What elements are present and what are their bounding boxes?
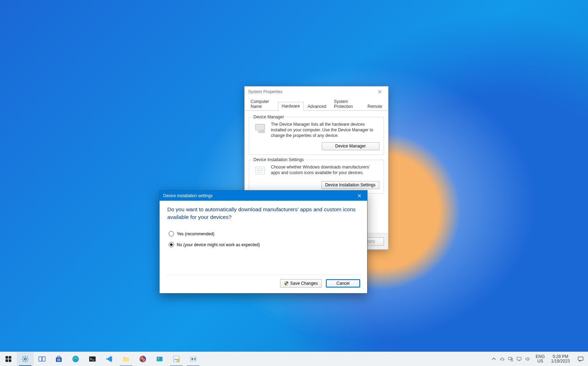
devdlg-title: Device installation settings — [163, 193, 212, 198]
device-installation-settings-button[interactable]: Device Installation Settings — [321, 181, 379, 189]
device-manager-desc: The Device Manager lists all the hardwar… — [271, 122, 379, 139]
svg-rect-9 — [6, 359, 8, 362]
svg-rect-29 — [89, 357, 96, 362]
taskbar-vscode[interactable] — [101, 352, 118, 366]
photos-icon — [156, 355, 163, 363]
onedrive-icon[interactable] — [499, 356, 505, 362]
svg-point-33 — [158, 358, 159, 359]
save-changes-button[interactable]: Save Changes — [280, 279, 322, 288]
radio-yes[interactable]: Yes (recommended) — [169, 231, 359, 236]
device-manager-legend: Device Manager — [252, 115, 285, 119]
system-tray[interactable] — [488, 356, 533, 362]
device-installation-dialog: Device installation settings Do you want… — [159, 190, 368, 294]
taskbar-app-b[interactable] — [185, 352, 202, 366]
svg-rect-1 — [258, 131, 262, 133]
devices-icon[interactable] — [508, 356, 513, 362]
taskbar-taskview[interactable] — [34, 352, 50, 366]
tab-hardware[interactable]: Hardware — [278, 102, 304, 111]
devdlg-heading: Do you want to automatically download ma… — [167, 206, 359, 221]
svg-rect-25 — [59, 359, 60, 360]
taskbar-file-explorer[interactable] — [118, 352, 134, 366]
radio-yes-label: Yes (recommended) — [177, 232, 215, 236]
chevron-up-icon[interactable] — [491, 356, 497, 362]
notification-icon — [578, 356, 584, 362]
group-device-manager: Device Manager The Device Manager lists … — [249, 117, 384, 155]
taskbar-firefox[interactable] — [134, 352, 151, 366]
folder-icon — [122, 355, 130, 363]
device-manager-icon — [253, 122, 267, 135]
device-installation-desc: Choose whether Windows downloads manufac… — [271, 164, 379, 175]
svg-rect-8 — [9, 356, 11, 359]
taskbar-edge[interactable] — [67, 352, 84, 366]
group-device-installation: Device Installation Settings Choose whet… — [249, 160, 384, 194]
tab-remote[interactable]: Remote — [364, 102, 386, 111]
clock-date: 1/19/2023 — [551, 359, 570, 364]
taskbar-left — [0, 352, 202, 366]
svg-rect-20 — [39, 357, 42, 361]
svg-line-19 — [23, 361, 23, 361]
gear-icon — [21, 355, 29, 363]
taskview-icon — [38, 355, 46, 363]
svg-rect-0 — [255, 124, 265, 130]
close-icon — [378, 90, 382, 94]
taskbar-settings[interactable] — [17, 352, 34, 366]
close-icon — [358, 194, 361, 198]
devdlg-titlebar[interactable]: Device installation settings — [160, 191, 367, 201]
svg-point-35 — [177, 359, 179, 362]
svg-rect-21 — [42, 357, 45, 361]
svg-rect-10 — [9, 359, 11, 362]
taskbar-ms-store[interactable] — [50, 352, 67, 366]
uac-shield-icon — [284, 281, 289, 286]
devdlg-radio-group: Yes (recommended) No (your device might … — [167, 231, 359, 247]
tab-computer-name[interactable]: Computer Name — [247, 97, 278, 111]
svg-rect-43 — [578, 357, 583, 360]
device-manager-button[interactable]: Device Manager — [322, 142, 379, 150]
device-installation-legend: Device Installation Settings — [252, 157, 305, 162]
radio-icon — [169, 242, 174, 247]
start-button[interactable] — [0, 352, 17, 366]
svg-point-2 — [262, 130, 265, 133]
sysprops-title: System Properties — [248, 89, 282, 94]
svg-rect-23 — [57, 356, 60, 358]
svg-rect-22 — [56, 357, 62, 362]
language-indicator[interactable]: ENG US — [533, 354, 548, 363]
vscode-icon — [105, 355, 113, 363]
taskbar-photos[interactable] — [151, 352, 168, 366]
taskbar-terminal[interactable] — [84, 352, 101, 366]
action-center-button[interactable] — [573, 356, 588, 362]
tab-system-protection[interactable]: System Protection — [330, 97, 364, 111]
network-icon[interactable] — [516, 356, 522, 362]
save-changes-label: Save Changes — [290, 281, 318, 286]
device-installation-icon — [253, 164, 267, 178]
svg-line-16 — [23, 357, 23, 357]
taskbar-clock[interactable]: 5:28 PM 1/19/2023 — [548, 354, 573, 364]
devdlg-close-button[interactable] — [351, 191, 367, 201]
svg-line-18 — [27, 357, 28, 357]
edge-icon — [72, 355, 79, 363]
sysprops-body: Device Manager The Device Manager lists … — [245, 111, 388, 202]
radio-no-label: No (your device might not work as expect… — [177, 242, 260, 247]
svg-rect-40 — [517, 357, 521, 360]
volume-icon[interactable] — [525, 356, 530, 362]
sysprops-tabstrip: Computer Name Hardware Advanced System P… — [245, 97, 388, 111]
cancel-button[interactable]: Cancel — [326, 279, 360, 288]
svg-rect-7 — [6, 356, 8, 359]
picture-app-icon — [173, 355, 180, 363]
taskbar: ENG US 5:28 PM 1/19/2023 — [0, 352, 588, 366]
store-icon — [55, 355, 63, 363]
tools-app-icon — [189, 355, 197, 363]
sysprops-close-button[interactable] — [373, 88, 387, 96]
taskbar-app-a[interactable] — [168, 352, 185, 366]
sysprops-titlebar[interactable]: System Properties — [245, 87, 388, 97]
svg-line-17 — [27, 361, 28, 361]
windows-logo-icon — [5, 355, 12, 363]
svg-rect-26 — [57, 360, 58, 361]
radio-icon — [169, 231, 174, 236]
desktop-wallpaper: System Properties Computer Name Hardware… — [0, 0, 588, 352]
svg-rect-24 — [57, 359, 58, 360]
svg-point-37 — [191, 358, 194, 360]
tab-advanced[interactable]: Advanced — [304, 102, 330, 111]
devdlg-content: Do you want to automatically download ma… — [160, 201, 367, 247]
radio-no[interactable]: No (your device might not work as expect… — [169, 242, 359, 247]
svg-rect-27 — [59, 360, 60, 361]
